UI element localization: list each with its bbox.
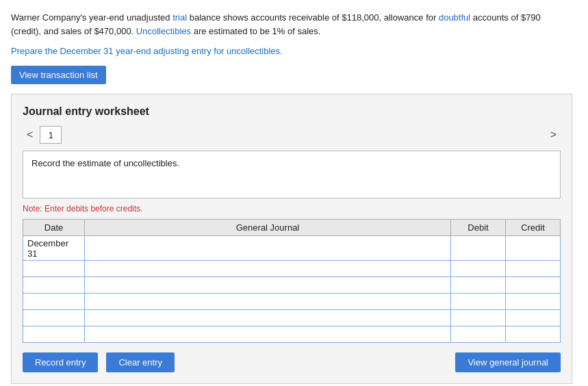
table-row [23,310,561,326]
credit-cell-3[interactable] [506,277,561,294]
col-header-gj: General Journal [85,220,451,236]
gj-cell-2[interactable] [85,261,451,277]
clear-entry-button[interactable]: Clear entry [106,352,175,372]
table-row [23,326,561,343]
gj-input-1[interactable] [89,243,446,253]
view-general-journal-button[interactable]: View general journal [455,352,561,372]
debit-input-5[interactable] [455,313,501,323]
gj-cell-5[interactable] [85,310,451,326]
date-cell-4 [23,294,85,310]
debit-input-4[interactable] [455,296,501,307]
credit-input-5[interactable] [510,313,556,323]
credit-cell-6[interactable] [506,326,561,343]
gj-input-6[interactable] [89,329,446,339]
nav-left-button[interactable]: < [23,127,37,142]
date-cell-3 [23,277,85,294]
gj-input-4[interactable] [89,296,446,307]
highlight-trial: trial [172,12,187,23]
credit-input-3[interactable] [510,280,556,290]
debit-input-3[interactable] [455,280,501,290]
action-buttons-row: Record entry Clear entry View general jo… [23,352,561,372]
debit-cell-4[interactable] [451,294,506,310]
table-row [23,294,561,310]
gj-cell-3[interactable] [85,277,451,294]
debit-cell-5[interactable] [451,310,506,326]
credit-cell-1[interactable] [506,236,561,261]
table-row [23,277,561,294]
view-transactions-button[interactable]: View transaction list [11,66,106,84]
page-navigation: < 1 > [23,126,561,144]
highlight-uncollectibles: Uncollectibles [136,26,191,36]
journal-table: Date General Journal Debit Credit Decemb… [23,219,561,343]
highlight-doubtful: doubtful [439,12,470,23]
gj-cell-6[interactable] [85,326,451,343]
note-text: Note: Enter debits before credits. [23,204,561,214]
worksheet-container: Journal entry worksheet < 1 > Record the… [11,94,572,384]
nav-right-button[interactable]: > [546,127,561,142]
description-box: Record the estimate of uncollectibles. [23,151,561,198]
debit-input-2[interactable] [455,263,501,274]
gj-input-3[interactable] [89,280,446,290]
credit-input-1[interactable] [510,243,556,253]
table-header-row: Date General Journal Debit Credit [23,220,561,236]
debit-cell-6[interactable] [451,326,506,343]
credit-input-4[interactable] [510,296,556,307]
col-header-debit: Debit [451,220,506,236]
date-cell-1: December31 [23,236,85,261]
worksheet-title: Journal entry worksheet [23,105,561,118]
debit-cell-2[interactable] [451,261,506,277]
gj-input-2[interactable] [89,263,446,274]
debit-cell-1[interactable] [451,236,506,261]
intro-paragraph: Warner Company's year-end unadjusted tri… [11,11,572,38]
gj-cell-4[interactable] [85,294,451,310]
debit-cell-3[interactable] [451,277,506,294]
debit-input-1[interactable] [455,243,501,253]
table-row [23,261,561,277]
credit-cell-2[interactable] [506,261,561,277]
date-cell-6 [23,326,85,343]
table-row: December31 [23,236,561,261]
col-header-date: Date [23,220,85,236]
credit-input-6[interactable] [510,329,556,339]
record-entry-button[interactable]: Record entry [23,352,98,372]
prepare-text: Prepare the December 31 year-end adjusti… [11,46,577,56]
page-number-box: 1 [40,126,62,144]
gj-input-5[interactable] [89,313,446,323]
gj-cell-1[interactable] [85,236,451,261]
credit-input-2[interactable] [510,263,556,274]
debit-input-6[interactable] [455,329,501,339]
credit-cell-5[interactable] [506,310,561,326]
date-cell-2 [23,261,85,277]
credit-cell-4[interactable] [506,294,561,310]
col-header-credit: Credit [506,220,561,236]
date-cell-5 [23,310,85,326]
